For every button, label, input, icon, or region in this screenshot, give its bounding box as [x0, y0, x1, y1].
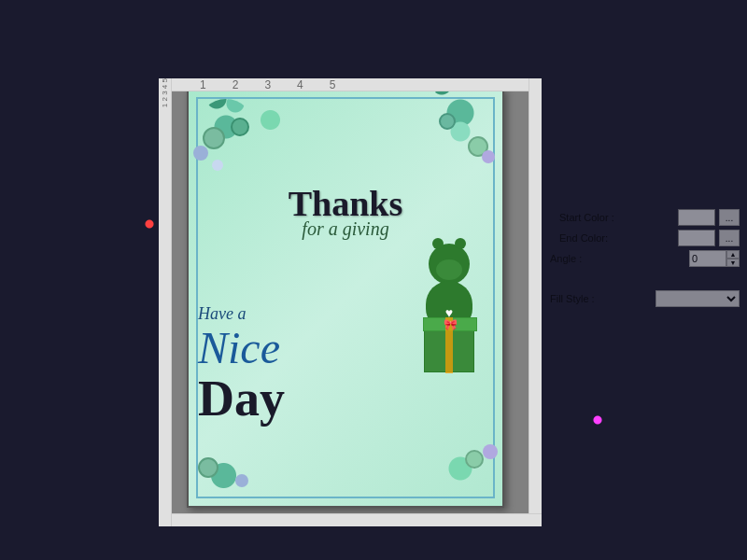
have-nice-day: Have a Nice Day [198, 304, 409, 424]
angle-input[interactable] [689, 250, 726, 267]
vertical-scrollbar[interactable] [529, 78, 542, 526]
day-label: Day [198, 373, 409, 424]
start-color-swatch [678, 209, 715, 226]
end-color-label: End Color: [559, 232, 674, 244]
fill-style-select[interactable] [655, 290, 740, 307]
start-color-row: Start Color : ... [550, 209, 740, 226]
thumb-8[interactable] [80, 419, 148, 486]
horizontal-scrollbar[interactable] [159, 513, 542, 526]
have-a-label: Have a [198, 304, 409, 324]
thumbnail-grid [0, 98, 158, 526]
angle-spinner[interactable]: ▲ ▼ [689, 250, 740, 267]
end-color-browse-button: ... [719, 230, 740, 246]
start-color-browse-button: ... [719, 209, 740, 226]
end-color-row: End Color: ... [550, 230, 740, 246]
left-panel: Backgrounds Styles Shapes [0, 78, 159, 526]
ruler-vertical: 1 2 3 4 5 [159, 78, 172, 526]
canvas-area[interactable]: 1 2 3 4 5 12345 [159, 78, 542, 526]
angle-decrement-button[interactable]: ▼ [726, 259, 740, 267]
card-thanks-text: Thanks for a giving [189, 183, 502, 240]
greeting-card[interactable]: Thanks for a giving ♥ [187, 88, 504, 508]
start-color-label: Start Color : [559, 212, 674, 223]
card-inner: Thanks for a giving ♥ [189, 90, 502, 506]
bear-and-gift: ♥ 🎀 [424, 244, 474, 372]
fill-style-row: Fill Style : [550, 290, 740, 307]
main-content: Backgrounds Styles Shapes 1 2 3 4 5 1234… [0, 78, 747, 526]
angle-label: Angle : [550, 253, 685, 264]
for-a-giving-label: for a giving [189, 218, 502, 240]
fill-style-label: Fill Style : [550, 293, 652, 304]
ruler-horizontal: 12345 [172, 78, 529, 91]
nice-label: Nice [198, 324, 409, 373]
end-color-swatch [678, 230, 715, 246]
angle-row: Angle : ▲ ▼ [550, 250, 740, 267]
spinner-buttons: ▲ ▼ [726, 250, 740, 267]
angle-increment-button[interactable]: ▲ [726, 250, 740, 259]
